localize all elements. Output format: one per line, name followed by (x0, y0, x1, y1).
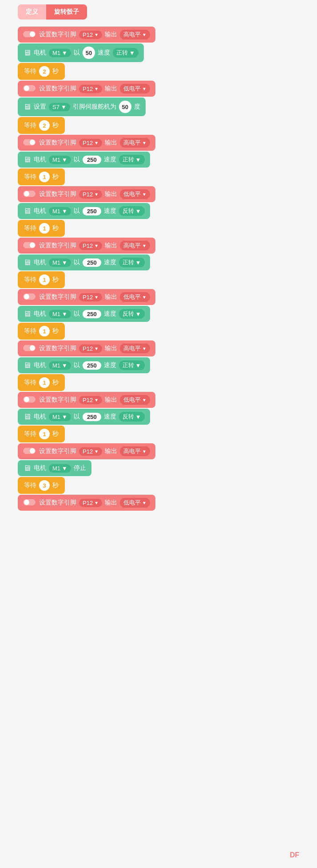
speed-value-1[interactable]: 50 (83, 47, 95, 59)
motor-block-4: 🖥 电机 M1 ▼ 以 250 速度 正转 ▼ (18, 254, 150, 270)
speed-value-4[interactable]: 250 (83, 258, 101, 267)
wait-value-9[interactable]: 3 (39, 480, 50, 491)
set-pin-block-2: 设置数字引脚 P12 ▼ 输出 低电平 ▼ (18, 81, 155, 97)
level-dropdown-3[interactable]: 高电平 ▼ (120, 138, 150, 148)
motor-dropdown-4[interactable]: M1 ▼ (49, 258, 71, 267)
degree-label-1: 度 (134, 103, 140, 111)
output-label-2: 输出 (105, 85, 117, 93)
block-wait-9: 等待 3 秒 (18, 477, 308, 494)
level-dropdown-7[interactable]: 高电平 ▼ (120, 344, 150, 353)
set-pin-label-1: 设置数字引脚 (39, 31, 76, 39)
wait-value-3[interactable]: 1 (39, 172, 50, 182)
pin-dropdown-4[interactable]: P12 ▼ (79, 190, 102, 199)
wait-block-9: 等待 3 秒 (18, 477, 65, 494)
speed-value-5[interactable]: 250 (83, 310, 101, 318)
wait-block-6: 等待 1 秒 (18, 323, 65, 340)
level-dropdown-6[interactable]: 低电平 ▼ (120, 292, 150, 302)
wait-block-3: 等待 1 秒 (18, 168, 65, 185)
toggle-icon-5 (23, 241, 36, 250)
set-pin-block-7: 设置数字引脚 P12 ▼ 输出 高电平 ▼ (18, 340, 155, 356)
level-dropdown-8[interactable]: 低电平 ▼ (120, 395, 150, 405)
direction-dropdown-2[interactable]: 正转 ▼ (119, 155, 145, 164)
direction-dropdown-4[interactable]: 正转 ▼ (119, 258, 145, 267)
servo-label-1: 引脚伺服舵机为 (73, 103, 116, 111)
wait-label-1: 等待 (24, 67, 36, 75)
svg-point-1 (30, 31, 35, 37)
level-dropdown-1[interactable]: 高电平 ▼ (120, 30, 150, 39)
level-dropdown-4[interactable]: 低电平 ▼ (120, 189, 150, 199)
motor-dropdown-stop[interactable]: M1 ▼ (49, 464, 71, 473)
pin-dropdown-7[interactable]: P12 ▼ (79, 344, 102, 353)
level-dropdown-9[interactable]: 高电平 ▼ (120, 446, 150, 456)
block-set-pin-6: 设置数字引脚 P12 ▼ 输出 低电平 ▼ (18, 289, 308, 305)
speed-value-6[interactable]: 250 (83, 361, 101, 370)
wait-value-5[interactable]: 1 (39, 274, 50, 285)
wait-value-1[interactable]: 2 (39, 66, 50, 77)
tab-roll-dice[interactable]: 旋转骰子 (46, 4, 87, 20)
servo-value-1[interactable]: 50 (119, 101, 131, 113)
wait-value-6[interactable]: 1 (39, 326, 50, 336)
speed-value-7[interactable]: 250 (83, 413, 101, 421)
wait-value-4[interactable]: 1 (39, 223, 50, 234)
svg-point-17 (30, 448, 35, 454)
pin-dropdown-5[interactable]: P12 ▼ (79, 242, 102, 250)
block-wait-5: 等待 1 秒 (18, 271, 308, 288)
pin-dropdown-6[interactable]: P12 ▼ (79, 293, 102, 301)
level-dropdown-10[interactable]: 低电平 ▼ (120, 498, 150, 508)
pin-dropdown-2[interactable]: P12 ▼ (79, 85, 102, 93)
motor-block-2: 🖥 电机 M1 ▼ 以 250 速度 正转 ▼ (18, 152, 150, 168)
servo-dropdown-1[interactable]: S7 ▼ (49, 103, 70, 111)
motor-dropdown-3[interactable]: M1 ▼ (49, 207, 71, 215)
speed-value-3[interactable]: 250 (83, 207, 101, 215)
motor-label-1: 电机 (34, 49, 46, 57)
block-motor-stop: 🖥 电机 M1 ▼ 停止 (18, 460, 308, 476)
laptop-icon-1: 🖥 (23, 48, 31, 58)
set-pin-block-1: 设置数字引脚 P12 ▼ 输出 高电平 ▼ (18, 27, 155, 43)
wait-block-4: 等待 1 秒 (18, 220, 65, 237)
wait-value-2[interactable]: 2 (39, 120, 50, 131)
motor-dropdown-5[interactable]: M1 ▼ (49, 310, 71, 318)
level-dropdown-2[interactable]: 低电平 ▼ (120, 84, 150, 94)
toggle-icon-4 (23, 190, 36, 199)
direction-dropdown-3[interactable]: 反转 ▼ (119, 206, 145, 216)
direction-dropdown-7[interactable]: 反转 ▼ (119, 412, 145, 422)
direction-dropdown-5[interactable]: 反转 ▼ (119, 309, 145, 319)
wait-block-2: 等待 2 秒 (18, 117, 65, 134)
block-motor-4: 🖥 电机 M1 ▼ 以 250 速度 正转 ▼ (18, 254, 308, 270)
wait-block-1: 等待 2 秒 (18, 63, 65, 80)
set-pin-block-4: 设置数字引脚 P12 ▼ 输出 低电平 ▼ (18, 186, 155, 202)
pin-dropdown-3[interactable]: P12 ▼ (79, 139, 102, 147)
servo-block-1: 🖥 设置 S7 ▼ 引脚伺服舵机为 50 度 (18, 98, 146, 116)
pin-dropdown-8[interactable]: P12 ▼ (79, 396, 102, 404)
svg-point-11 (24, 294, 29, 299)
speed-value-2[interactable]: 250 (83, 156, 101, 164)
wait-value-8[interactable]: 1 (39, 429, 50, 439)
block-set-pin-2: 设置数字引脚 P12 ▼ 输出 低电平 ▼ (18, 81, 308, 97)
motor-block-5: 🖥 电机 M1 ▼ 以 250 速度 反转 ▼ (18, 306, 150, 322)
laptop-icon-5: 🖥 (23, 258, 31, 267)
toggle-icon-1 (23, 30, 36, 39)
block-motor-6: 🖥 电机 M1 ▼ 以 250 速度 正转 ▼ (18, 357, 308, 373)
direction-dropdown-6[interactable]: 正转 ▼ (119, 360, 145, 370)
motor-dropdown-7[interactable]: M1 ▼ (49, 413, 71, 421)
wait-value-7[interactable]: 1 (39, 377, 50, 388)
tab-define[interactable]: 定义 (18, 4, 46, 20)
pin-dropdown-9[interactable]: P12 ▼ (79, 447, 102, 456)
motor-dropdown-2[interactable]: M1 ▼ (49, 156, 71, 164)
block-wait-8: 等待 1 秒 (18, 426, 308, 442)
laptop-icon-4: 🖥 (23, 207, 31, 216)
laptop-icon-9: 🖥 (23, 464, 31, 473)
block-motor-3: 🖥 电机 M1 ▼ 以 250 速度 反转 ▼ (18, 203, 308, 219)
pin-dropdown-10[interactable]: P12 ▼ (79, 499, 102, 507)
block-set-pin-8: 设置数字引脚 P12 ▼ 输出 低电平 ▼ (18, 392, 308, 408)
level-dropdown-5[interactable]: 高电平 ▼ (120, 241, 150, 250)
set-pin-block-5: 设置数字引脚 P12 ▼ 输出 高电平 ▼ (18, 238, 155, 254)
block-motor-2: 🖥 电机 M1 ▼ 以 250 速度 正转 ▼ (18, 152, 308, 168)
motor-dropdown-1[interactable]: M1 ▼ (49, 49, 71, 57)
output-label-1: 输出 (105, 31, 117, 39)
set-label-1: 设置 (34, 103, 46, 111)
direction-dropdown-1[interactable]: 正转 ▼ (113, 48, 139, 58)
motor-dropdown-6[interactable]: M1 ▼ (49, 361, 71, 370)
speed-pre-1: 以 (74, 49, 80, 57)
pin-dropdown-1[interactable]: P12 ▼ (79, 31, 102, 39)
